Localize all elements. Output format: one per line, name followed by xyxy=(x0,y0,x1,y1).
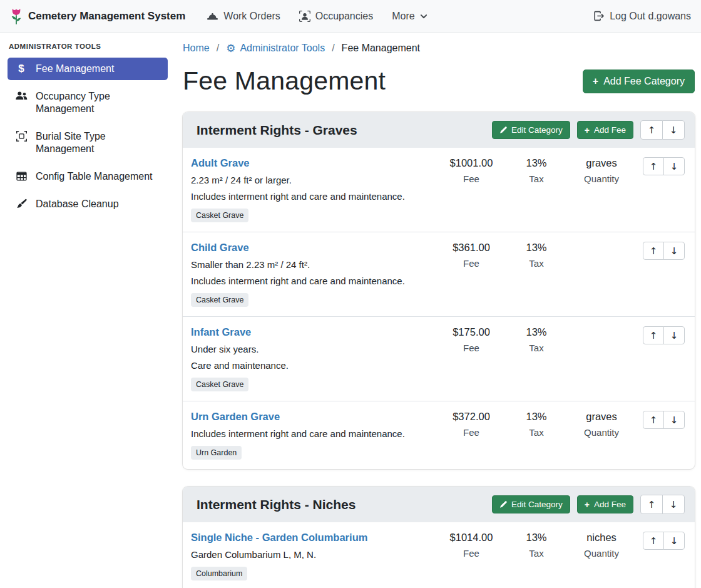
fee-amount: $1014.00 xyxy=(439,532,504,544)
breadcrumb-home-link[interactable]: Home xyxy=(183,43,210,54)
edit-category-label: Edit Category xyxy=(511,500,563,509)
fee-row-urn-garden-grave: Urn Garden Grave Includes interment righ… xyxy=(183,401,695,469)
nav-occupancies[interactable]: Occupancies xyxy=(299,11,374,22)
move-category-down-button[interactable]: ↓ xyxy=(662,120,685,140)
move-category-down-button[interactable]: ↓ xyxy=(662,495,685,514)
fee-quantity: niches xyxy=(569,532,634,544)
sidebar-item-label: Burial Site Type Management xyxy=(36,130,160,155)
fee-reorder-buttons: ↑ ↓ xyxy=(643,532,685,550)
category-card-niches: Interment Rights - Niches Edit Category … xyxy=(183,487,695,588)
category-card-graves: Interment Rights - Graves Edit Category … xyxy=(183,112,695,469)
move-fee-down-button[interactable]: ↓ xyxy=(663,157,685,175)
fee-quantity-column: graves Quantity xyxy=(569,157,634,184)
fee-quantity-column: niches Quantity xyxy=(569,532,634,559)
fee-tax: 13% xyxy=(504,532,569,544)
breadcrumb-current: Fee Management xyxy=(342,43,420,54)
edit-category-button[interactable]: Edit Category xyxy=(492,121,570,139)
nav-more[interactable]: More xyxy=(392,11,427,22)
fee-details: Single Niche - Garden Columbarium Garden… xyxy=(191,532,439,580)
move-fee-down-button[interactable]: ↓ xyxy=(663,532,685,550)
logout-label: Log Out d.gowans xyxy=(610,11,691,22)
fee-name-link[interactable]: Adult Grave xyxy=(191,157,250,169)
category-title: Interment Rights - Niches xyxy=(197,497,492,512)
table-icon xyxy=(15,171,28,182)
fee-row-single-niche: Single Niche - Garden Columbarium Garden… xyxy=(183,522,695,588)
edit-category-button[interactable]: Edit Category xyxy=(492,495,570,513)
fee-reorder-buttons: ↑ ↓ xyxy=(643,157,685,175)
app-brand[interactable]: Cemetery Management System xyxy=(10,8,185,25)
fee-tax: 13% xyxy=(504,242,569,254)
fee-tax-column: 13% Tax xyxy=(504,242,569,269)
nav-occupancies-label: Occupancies xyxy=(315,11,374,22)
add-fee-button[interactable]: + Add Fee xyxy=(577,121,633,139)
fee-amount-column: $1001.00 Fee xyxy=(439,157,504,184)
sidebar-item-database-cleanup[interactable]: Database Cleanup xyxy=(8,193,168,215)
fee-reorder-buttons: ↑ ↓ xyxy=(643,242,685,260)
nav-work-orders[interactable]: Work Orders xyxy=(207,11,280,22)
fee-type-badge: Casket Grave xyxy=(191,209,248,222)
move-fee-up-button[interactable]: ↑ xyxy=(643,532,664,550)
fee-tax-label: Tax xyxy=(504,427,569,438)
fee-details: Child Grave Smaller than 2.23 m² / 24 ft… xyxy=(191,242,439,307)
fee-name-link[interactable]: Infant Grave xyxy=(191,326,251,338)
fee-type-badge: Casket Grave xyxy=(191,293,248,307)
plus-icon: + xyxy=(585,126,590,135)
fee-description: 2.23 m² / 24 ft² or larger. xyxy=(191,175,434,185)
move-fee-up-button[interactable]: ↑ xyxy=(643,326,664,344)
fee-description: Under six years. xyxy=(191,344,434,354)
fee-tax-column: 13% Tax xyxy=(504,532,569,559)
move-fee-up-button[interactable]: ↑ xyxy=(643,411,664,429)
fee-tax-column: 13% Tax xyxy=(504,411,569,438)
move-fee-up-button[interactable]: ↑ xyxy=(643,242,664,260)
gear-icon: ⚙ xyxy=(226,43,235,54)
move-fee-down-button[interactable]: ↓ xyxy=(663,242,685,260)
move-fee-up-button[interactable]: ↑ xyxy=(643,157,664,175)
fee-description: Smaller than 2.23 m² / 24 ft². xyxy=(191,259,434,270)
sidebar-item-config-table-management[interactable]: Config Table Management xyxy=(8,165,168,188)
add-fee-category-label: Add Fee Category xyxy=(603,76,685,87)
nav-more-label: More xyxy=(392,11,414,22)
sidebar-item-burial-site-type-management[interactable]: Burial Site Type Management xyxy=(8,125,168,160)
title-row: Fee Management + Add Fee Category xyxy=(183,66,695,96)
fee-row-adult-grave: Adult Grave 2.23 m² / 24 ft² or larger. … xyxy=(183,148,695,232)
fee-tax: 13% xyxy=(504,326,569,338)
fee-reorder-buttons: ↑ ↓ xyxy=(643,326,685,344)
fee-reorder-buttons: ↑ ↓ xyxy=(643,411,685,429)
add-fee-button[interactable]: + Add Fee xyxy=(577,495,633,513)
move-fee-down-button[interactable]: ↓ xyxy=(663,411,685,429)
category-title: Interment Rights - Graves xyxy=(197,123,492,138)
sidebar-item-occupancy-type-management[interactable]: Occupancy Type Management xyxy=(8,85,168,120)
fee-tax: 13% xyxy=(504,157,569,169)
sidebar-item-fee-management[interactable]: $ Fee Management xyxy=(8,58,168,80)
fee-description: Includes interment right and care and ma… xyxy=(191,428,434,439)
nav-work-orders-label: Work Orders xyxy=(223,11,280,22)
move-category-up-button[interactable]: ↑ xyxy=(640,120,663,140)
main-nav: Work Orders Occupancies More xyxy=(207,11,427,22)
fee-amount-label: Fee xyxy=(439,343,504,353)
logout-link[interactable]: Log Out d.gowans xyxy=(593,11,691,22)
plus-icon: + xyxy=(593,76,598,86)
fee-tax-column: 13% Tax xyxy=(504,157,569,184)
tulip-logo-icon xyxy=(10,8,23,25)
breadcrumb-admin-tools-link[interactable]: ⚙ Administrator Tools xyxy=(226,43,325,54)
move-category-up-button[interactable]: ↑ xyxy=(640,495,663,514)
breadcrumb-admin-tools-label: Administrator Tools xyxy=(240,43,325,54)
fee-row-infant-grave: Infant Grave Under six years. Care and m… xyxy=(183,316,695,401)
fee-tax-label: Tax xyxy=(504,173,569,184)
sidebar-item-label: Database Cleanup xyxy=(36,198,119,210)
fee-details: Urn Garden Grave Includes interment righ… xyxy=(191,411,439,460)
fee-amount-column: $372.00 Fee xyxy=(439,411,504,438)
chevron-down-icon xyxy=(420,13,427,20)
dollar-icon: $ xyxy=(15,63,28,75)
fee-tax-column: 13% Tax xyxy=(504,326,569,353)
move-fee-down-button[interactable]: ↓ xyxy=(663,326,685,344)
edit-category-label: Edit Category xyxy=(511,125,563,135)
add-fee-category-button[interactable]: + Add Fee Category xyxy=(583,70,695,93)
fee-name-link[interactable]: Child Grave xyxy=(191,242,249,254)
fee-quantity-column: graves Quantity xyxy=(569,411,634,438)
fee-name-link[interactable]: Urn Garden Grave xyxy=(191,411,280,423)
sidebar-item-label: Occupancy Type Management xyxy=(36,90,160,115)
fee-quantity-label: Quantity xyxy=(569,548,634,559)
fee-name-link[interactable]: Single Niche - Garden Columbarium xyxy=(191,532,367,544)
fee-amount: $1001.00 xyxy=(439,157,504,169)
